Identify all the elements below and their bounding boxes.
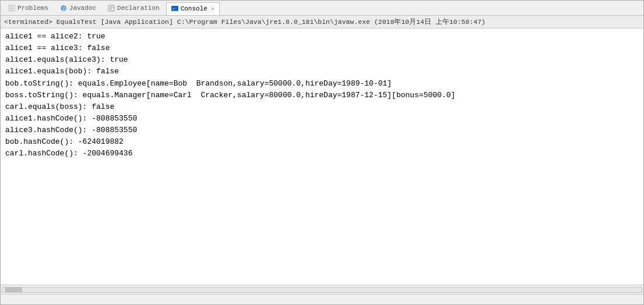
tab-problems[interactable]: ! Problems bbox=[3, 2, 54, 15]
status-text: <terminated> EqualsTest [Java Applicatio… bbox=[4, 17, 485, 26]
eclipse-window: ! Problems J Javadoc bbox=[0, 0, 644, 305]
tab-console[interactable]: >_ Console ✕ bbox=[166, 2, 220, 15]
tab-console-close[interactable]: ✕ bbox=[211, 5, 214, 12]
problems-icon: ! bbox=[8, 5, 15, 12]
javadoc-icon: J bbox=[60, 5, 67, 12]
tab-javadoc-label: Javadoc bbox=[69, 5, 96, 12]
horizontal-scrollbar[interactable] bbox=[1, 285, 643, 294]
bottom-status-bar bbox=[1, 294, 643, 304]
svg-text:!: ! bbox=[11, 6, 12, 10]
console-status-bar: <terminated> EqualsTest [Java Applicatio… bbox=[1, 16, 643, 29]
tab-bar: ! Problems J Javadoc bbox=[1, 1, 643, 16]
scrollbar-thumb[interactable] bbox=[5, 288, 22, 292]
svg-text:>_: >_ bbox=[173, 6, 177, 11]
tab-javadoc[interactable]: J Javadoc bbox=[55, 2, 101, 15]
scrollbar-track[interactable] bbox=[2, 287, 642, 293]
tab-console-label: Console bbox=[181, 5, 207, 12]
tab-problems-label: Problems bbox=[17, 5, 48, 12]
tab-declaration[interactable]: Declaration bbox=[103, 2, 165, 15]
console-icon: >_ bbox=[171, 5, 178, 12]
svg-text:J: J bbox=[62, 6, 65, 12]
tab-declaration-label: Declaration bbox=[117, 5, 160, 12]
declaration-icon bbox=[108, 5, 115, 12]
console-output[interactable]: alice1 == alice2: true alice1 == alice3:… bbox=[1, 29, 643, 285]
